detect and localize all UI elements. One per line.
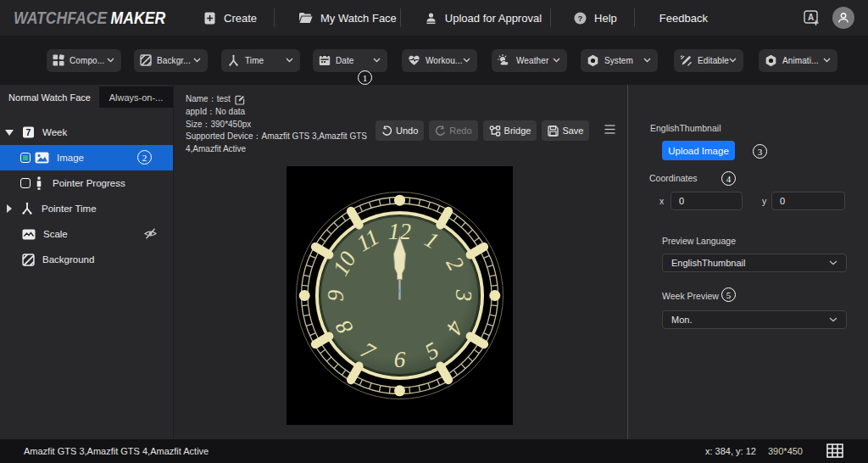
avatar[interactable] xyxy=(832,7,854,29)
save-button[interactable]: Save xyxy=(542,120,589,141)
watchface-canvas[interactable]: 123456789101112 xyxy=(287,166,513,425)
toolbar-workout-button[interactable]: Workou... xyxy=(402,49,477,72)
preview-language-value: EnglishThumbnail xyxy=(671,258,745,268)
toolbar-component-button[interactable]: Compo... xyxy=(47,49,121,72)
chevron-down-icon xyxy=(463,58,470,63)
week-7-icon: 7 xyxy=(22,126,35,139)
caret-right-icon[interactable] xyxy=(7,204,12,213)
tree-row-background[interactable]: Background xyxy=(0,247,173,272)
toolbar-system-label: System xyxy=(604,56,633,65)
preview-language-label: Preview Language xyxy=(662,236,736,246)
toolbar-weather-button[interactable]: Weather xyxy=(492,49,567,72)
tree-row-week-label: Week xyxy=(42,127,67,137)
toolbar-workout-label: Workou... xyxy=(426,56,463,65)
coordinate-y-input[interactable] xyxy=(771,192,845,210)
svg-text:A: A xyxy=(808,13,814,22)
caret-down-icon[interactable] xyxy=(5,130,14,136)
watchface-size: Size：390*450px xyxy=(186,119,251,131)
chevron-down-icon xyxy=(829,260,837,265)
tree-row-week[interactable]: 7 Week xyxy=(0,120,173,145)
tab-always-on[interactable]: Always-on-... xyxy=(99,86,173,108)
annotation-4-label: 4 xyxy=(726,174,732,184)
preview-language-select[interactable]: EnglishThumbnail xyxy=(662,254,847,272)
chevron-down-icon xyxy=(286,58,293,63)
redo-button[interactable]: Redo xyxy=(429,120,477,141)
bridge-button[interactable]: Bridge xyxy=(483,120,537,141)
week-preview-select[interactable]: Mon. xyxy=(662,310,847,329)
coordinate-x-label: x xyxy=(659,196,664,206)
calendar-icon xyxy=(319,54,331,66)
toolbar-time-button[interactable]: Time xyxy=(221,49,300,72)
toolbar-date-button[interactable]: Date xyxy=(313,49,387,72)
toolbar-system-button[interactable]: System xyxy=(581,49,658,72)
canvas-menu-icon[interactable] xyxy=(604,125,615,134)
toolbar-animation-button[interactable]: Animati... xyxy=(759,49,837,72)
translate-icon[interactable]: A xyxy=(804,10,821,26)
menu-feedback-label: Feedback xyxy=(659,12,708,25)
tab-normal-watch-face[interactable]: Normal Watch Face xyxy=(0,86,99,108)
tree-row-pointer-progress[interactable]: Pointer Progress xyxy=(0,170,173,196)
folder-icon xyxy=(298,12,313,24)
toolbar-component-label: Compo... xyxy=(70,56,104,65)
chevron-down-icon xyxy=(643,58,651,63)
menu-create-label: Create xyxy=(224,12,257,25)
tree-row-background-label: Background xyxy=(42,254,94,265)
chevron-down-icon xyxy=(193,58,201,63)
svg-text:?: ? xyxy=(578,14,583,23)
coordinate-x-input[interactable] xyxy=(670,192,743,210)
week-preview-label: Week Preview xyxy=(662,291,719,301)
pen-icon xyxy=(680,54,693,67)
annotation-3-label: 3 xyxy=(758,147,763,157)
undo-button[interactable]: Undo xyxy=(376,120,424,141)
toolbar-background-button[interactable]: Backgr... xyxy=(134,49,208,72)
coordinate-y-label: y xyxy=(762,196,766,206)
checkbox-unchecked-icon[interactable] xyxy=(20,178,31,188)
save-icon xyxy=(548,126,559,137)
chevron-down-icon xyxy=(553,58,560,63)
tree-row-pointer-progress-label: Pointer Progress xyxy=(53,178,125,188)
grid-icon[interactable] xyxy=(826,443,843,458)
hex-nut-icon xyxy=(765,54,777,67)
thumbnail-label: EnglishThumbnail xyxy=(650,123,721,133)
menu-upload-for-approval[interactable]: Upload for Approval xyxy=(401,12,550,25)
topbar-right-icons: A xyxy=(804,0,854,36)
pointer-progress-icon xyxy=(36,176,42,190)
menu-help[interactable]: ? Help xyxy=(551,12,634,25)
svg-text:6: 6 xyxy=(394,347,406,372)
menu-my-watch-face[interactable]: My Watch Face xyxy=(275,12,400,25)
tab-always-on-label: Always-on-... xyxy=(109,92,164,103)
menu-help-label: Help xyxy=(594,12,617,25)
svg-text:3: 3 xyxy=(451,289,476,302)
component-icon xyxy=(53,54,64,66)
checkbox-checked-icon[interactable] xyxy=(20,153,31,163)
create-icon xyxy=(203,12,216,25)
toolbar-date-label: Date xyxy=(336,56,354,65)
annotation-step-1: 1 xyxy=(358,70,372,85)
tree-row-pointer-time[interactable]: Pointer Time xyxy=(0,196,173,221)
menu-create[interactable]: Create xyxy=(193,12,274,25)
editor-canvas-area: Name：test appId：No data Size：390*450px S… xyxy=(174,85,627,439)
annotation-5-label: 5 xyxy=(726,290,732,300)
edit-name-icon[interactable] xyxy=(235,93,245,105)
tab-normal-watch-face-label: Normal Watch Face xyxy=(8,92,91,103)
tree-row-scale[interactable]: Scale xyxy=(0,221,173,247)
status-bar: Amazfit GTS 3,Amazfit GTS 4,Amazfit Acti… xyxy=(0,439,868,463)
bridge-label: Bridge xyxy=(504,126,531,136)
chevron-down-icon xyxy=(373,58,381,63)
analog-clock-preview: 123456789101112 xyxy=(287,166,513,425)
watchface-name: Name：test xyxy=(186,93,231,106)
toolbar-editable-button[interactable]: Editable xyxy=(674,49,743,72)
tree-row-scale-label: Scale xyxy=(43,229,68,239)
layer-tree: 7 Week Image Pointer Progress Pointer Ti… xyxy=(0,120,173,272)
bridge-icon xyxy=(489,126,501,137)
scale-icon xyxy=(22,229,36,240)
page-body: Normal Watch Face Always-on-... 7 Week I… xyxy=(0,85,868,439)
eye-off-icon[interactable] xyxy=(143,227,158,240)
undo-icon xyxy=(381,126,392,137)
weather-icon xyxy=(498,54,511,66)
upload-image-button[interactable]: Upload Image xyxy=(662,141,735,160)
menu-feedback[interactable]: Feedback xyxy=(635,12,708,25)
week-preview-value: Mon. xyxy=(671,315,692,325)
coordinates-label: Coordinates xyxy=(649,173,698,183)
tree-row-pointer-time-label: Pointer Time xyxy=(42,204,97,214)
